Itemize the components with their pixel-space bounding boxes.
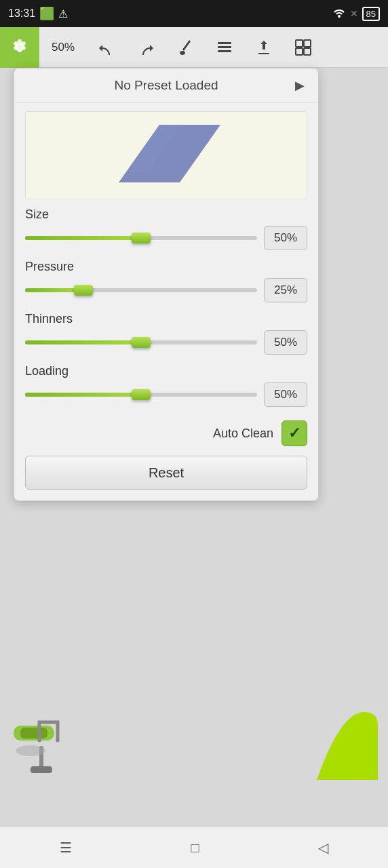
svg-rect-12 [20, 728, 47, 738]
thinners-label: Thinners [25, 312, 307, 326]
size-label: Size [25, 208, 307, 222]
svg-rect-10 [31, 766, 52, 773]
redo-button[interactable] [126, 27, 166, 68]
status-left: 13:31 🟩 ⚠ [8, 6, 68, 21]
pressure-thumb[interactable] [74, 285, 93, 296]
back-nav-button[interactable]: ◁ [318, 840, 328, 856]
loading-label: Loading [25, 364, 307, 378]
thinners-track-wrap[interactable] [25, 336, 257, 349]
thinners-control: 50% [25, 330, 307, 355]
brush-tool-button[interactable] [166, 27, 205, 68]
layers-button[interactable] [205, 27, 244, 68]
thinners-slider-row: Thinners 50% [25, 312, 307, 355]
loading-track-wrap[interactable] [25, 388, 257, 401]
svg-rect-1 [218, 46, 231, 48]
toolbar: 50% [0, 27, 388, 68]
battery-level: 85 [366, 9, 376, 19]
thinners-value: 50% [264, 330, 307, 355]
preset-header: No Preset Loaded ▶ [14, 68, 318, 103]
svg-rect-6 [304, 48, 311, 55]
export-button[interactable] [244, 27, 284, 68]
svg-rect-3 [296, 40, 303, 47]
time: 13:31 [8, 7, 35, 20]
loading-slider-row: Loading 50% [25, 364, 307, 407]
auto-clean-label: Auto Clean [213, 427, 273, 441]
pressure-track [25, 288, 257, 292]
size-value: 50% [264, 226, 307, 250]
loading-thumb[interactable] [132, 389, 151, 400]
undo-button[interactable] [87, 27, 126, 68]
paint-roller-icon [7, 709, 75, 783]
bottom-area [0, 692, 388, 827]
thinners-fill [25, 340, 141, 344]
svg-rect-4 [304, 40, 311, 47]
loading-fill [25, 393, 141, 397]
auto-clean-checkbox[interactable]: ✓ [282, 420, 307, 446]
home-nav-button[interactable]: □ [191, 840, 199, 856]
gallery-button[interactable] [284, 27, 323, 68]
notification-icon-2: ⚠ [58, 7, 68, 20]
wifi-icon [332, 7, 346, 20]
svg-point-13 [16, 745, 45, 756]
auto-clean-row: Auto Clean ✓ [14, 416, 318, 453]
preset-arrow-button[interactable]: ▶ [295, 78, 305, 93]
loading-control: 50% [25, 382, 307, 407]
reset-button[interactable]: Reset [25, 456, 307, 490]
size-control: 50% [25, 226, 307, 250]
size-thumb[interactable] [132, 233, 151, 243]
green-shape-icon [313, 709, 381, 783]
size-track-wrap[interactable] [25, 231, 257, 245]
checkmark-icon: ✓ [288, 425, 300, 442]
pressure-slider-row: Pressure 25% [25, 260, 307, 302]
thinners-track [25, 340, 257, 344]
loading-track [25, 393, 257, 397]
notification-icon-1: 🟩 [39, 6, 54, 21]
menu-nav-button[interactable]: ☰ [60, 840, 72, 856]
size-slider-row: Size 50% [25, 208, 307, 250]
preset-title: No Preset Loaded [114, 78, 218, 93]
pressure-label: Pressure [25, 260, 307, 274]
settings-tab[interactable] [0, 27, 39, 68]
size-fill [25, 236, 141, 240]
status-bar: 13:31 🟩 ⚠ ✕ 85 [0, 0, 388, 27]
brush-preview [25, 111, 307, 199]
battery-indicator: 85 [362, 7, 380, 21]
thinners-thumb[interactable] [132, 337, 151, 348]
pressure-track-wrap[interactable] [25, 283, 257, 297]
signal-icon: ✕ [350, 8, 358, 19]
nav-bar: ☰ □ ◁ [0, 827, 388, 868]
pressure-control: 25% [25, 278, 307, 302]
svg-rect-0 [218, 42, 231, 44]
status-right: ✕ 85 [332, 7, 380, 21]
sliders-section: Size 50% Pressure [14, 208, 318, 407]
zoom-level[interactable]: 50% [39, 27, 87, 68]
pressure-value: 25% [264, 278, 307, 302]
svg-rect-2 [218, 50, 231, 52]
brush-settings-panel: No Preset Loaded ▶ Size 50% [14, 68, 319, 501]
svg-rect-5 [296, 48, 303, 55]
size-track [25, 236, 257, 240]
loading-value: 50% [264, 382, 307, 407]
